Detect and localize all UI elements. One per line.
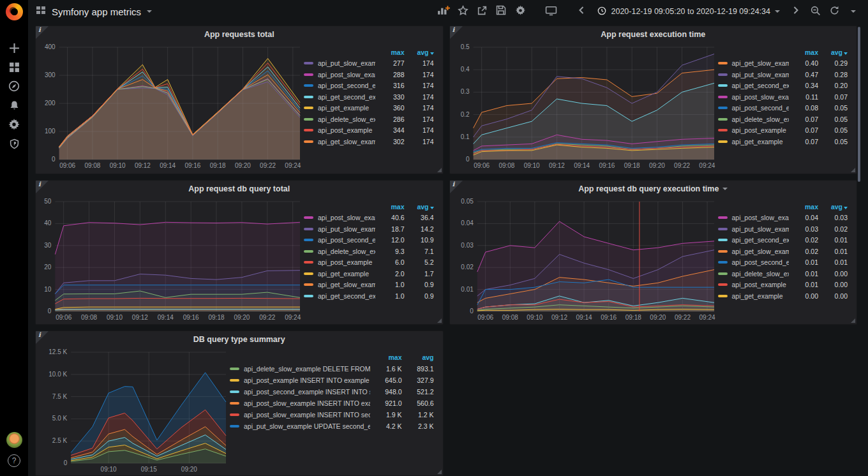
sidebar-item-dashboards[interactable]: [3, 59, 26, 78]
cycle-view-button[interactable]: [541, 3, 560, 20]
legend-series-toggle[interactable]: api_put_slow_example: [304, 59, 375, 67]
legend-series-toggle[interactable]: api_post_second_example INSERT INTO seco…: [230, 388, 370, 396]
legend-swatch-icon[interactable]: [718, 140, 728, 143]
legend-swatch-icon[interactable]: [718, 216, 728, 219]
legend-swatch-icon[interactable]: [304, 62, 313, 64]
sidebar-item-explore[interactable]: [3, 78, 26, 97]
legend-swatch-icon[interactable]: [718, 118, 728, 121]
panel-menu[interactable]: App request db query total: [36, 181, 443, 197]
legend-swatch-icon[interactable]: [304, 118, 313, 121]
legend-series-toggle[interactable]: api_post_example: [718, 126, 789, 134]
legend-series-toggle[interactable]: api_delete_slow_example: [304, 248, 375, 255]
legend-max-column-header[interactable]: max: [370, 353, 403, 361]
legend-avg-column-header[interactable]: avg: [406, 48, 435, 56]
user-avatar[interactable]: [6, 432, 22, 448]
legend-swatch-icon[interactable]: [718, 261, 728, 264]
legend-swatch-icon[interactable]: [230, 425, 239, 428]
legend-swatch-icon[interactable]: [718, 73, 728, 76]
legend-swatch-icon[interactable]: [304, 129, 313, 131]
legend-swatch-icon[interactable]: [304, 261, 313, 264]
legend-swatch-icon[interactable]: [718, 295, 728, 297]
legend-swatch-icon[interactable]: [230, 368, 239, 370]
legend-series-toggle[interactable]: api_get_slow_example: [718, 59, 789, 67]
dashboard-title-button[interactable]: Symfony app metrics: [36, 5, 152, 18]
save-button[interactable]: [491, 3, 511, 20]
legend-avg-column-header[interactable]: avg: [819, 203, 849, 211]
panel-resize-handle[interactable]: [851, 318, 855, 323]
legend-series-toggle[interactable]: api_delete_slow_example: [718, 115, 789, 123]
legend-max-column-header[interactable]: max: [375, 48, 406, 56]
panel-info-icon[interactable]: [36, 181, 49, 193]
legend-swatch-icon[interactable]: [304, 216, 313, 219]
chart-canvas[interactable]: 02.5 K5.0 K7.5 K10.0 K12.5 K09:1009:1509…: [41, 348, 230, 474]
legend-series-toggle[interactable]: api_delete_slow_example: [718, 270, 789, 278]
legend-series-toggle[interactable]: api_get_second_example: [304, 93, 375, 101]
legend-series-toggle[interactable]: api_get_second_example: [304, 292, 375, 300]
legend-series-toggle[interactable]: api_post_example: [304, 126, 375, 134]
chart-canvas[interactable]: 00.010.020.030.040.0509:0609:0809:1009:1…: [455, 197, 718, 322]
legend-series-toggle[interactable]: api_post_example: [304, 258, 375, 266]
panel-menu[interactable]: App request execution time: [450, 26, 857, 43]
legend-series-toggle[interactable]: api_post_second_example: [718, 258, 789, 266]
panel-resize-handle[interactable]: [437, 318, 442, 323]
vertical-scrollbar[interactable]: [858, 27, 860, 182]
panel-menu[interactable]: DB query type summary: [36, 331, 443, 348]
legend-max-column-header[interactable]: max: [789, 48, 819, 56]
legend-swatch-icon[interactable]: [304, 272, 313, 275]
legend-swatch-icon[interactable]: [718, 250, 728, 253]
legend-series-toggle[interactable]: api_post_second_example: [304, 82, 375, 89]
legend-max-column-header[interactable]: max: [789, 203, 819, 211]
legend-series-toggle[interactable]: api_post_slow_example: [718, 214, 789, 221]
legend-series-toggle[interactable]: api_get_slow_example: [304, 138, 375, 145]
legend-swatch-icon[interactable]: [304, 250, 313, 253]
panel-resize-handle[interactable]: [437, 168, 442, 172]
time-range-back-button[interactable]: [572, 3, 591, 20]
legend-series-toggle[interactable]: api_post_slow_example: [718, 93, 789, 101]
legend-swatch-icon[interactable]: [230, 379, 239, 382]
time-range-forward-button[interactable]: [786, 3, 805, 20]
legend-swatch-icon[interactable]: [718, 84, 728, 87]
legend-series-toggle[interactable]: api_post_example: [718, 281, 789, 288]
legend-series-toggle[interactable]: api_put_slow_example: [304, 225, 375, 233]
mark-favorite-button[interactable]: [453, 3, 472, 20]
panel-info-icon[interactable]: [36, 331, 49, 344]
legend-series-toggle[interactable]: api_get_slow_example: [718, 248, 789, 255]
zoom-out-button[interactable]: [805, 3, 825, 20]
legend-series-toggle[interactable]: api_get_second_example: [718, 236, 789, 244]
legend-series-toggle[interactable]: api_get_example: [718, 138, 789, 145]
panel-resize-handle[interactable]: [437, 470, 442, 474]
legend-series-toggle[interactable]: api_post_second_example: [718, 104, 789, 112]
legend-series-toggle[interactable]: api_post_example INSERT INTO example: [230, 376, 370, 384]
legend-series-toggle[interactable]: api_get_example: [718, 292, 789, 300]
chart-canvas[interactable]: 0102030405009:0609:0809:1009:1209:1409:1…: [41, 197, 304, 322]
legend-series-toggle[interactable]: api_put_slow_example: [718, 225, 789, 233]
legend-series-toggle[interactable]: api_put_slow_example UPDATE second_examp…: [230, 422, 370, 430]
legend-series-toggle[interactable]: api_get_slow_example: [304, 281, 375, 288]
legend-swatch-icon[interactable]: [304, 84, 313, 87]
panel-menu[interactable]: App request db query execution time: [450, 181, 857, 197]
legend-swatch-icon[interactable]: [718, 107, 728, 109]
legend-series-toggle[interactable]: api_get_second_example: [718, 82, 789, 89]
legend-swatch-icon[interactable]: [230, 390, 239, 393]
refresh-button[interactable]: [825, 3, 844, 20]
panel-info-icon[interactable]: [450, 181, 463, 193]
panel-menu[interactable]: App requests total: [36, 26, 443, 43]
sidebar-item-server-admin[interactable]: [3, 135, 26, 154]
legend-swatch-icon[interactable]: [304, 228, 313, 230]
sidebar-item-create[interactable]: [3, 40, 26, 59]
legend-series-toggle[interactable]: api_delete_slow_example DELETE FROM exam…: [230, 365, 370, 373]
legend-swatch-icon[interactable]: [718, 239, 728, 241]
legend-series-toggle[interactable]: api_post_slow_example INSERT INTO exampl…: [230, 399, 370, 407]
legend-swatch-icon[interactable]: [304, 73, 313, 76]
dashboard-settings-button[interactable]: [511, 3, 530, 20]
legend-series-toggle[interactable]: api_post_slow_example: [304, 71, 375, 78]
panel-info-icon[interactable]: [36, 26, 49, 39]
legend-swatch-icon[interactable]: [230, 402, 239, 405]
legend-avg-column-header[interactable]: avg: [406, 203, 435, 211]
refresh-interval-dropdown[interactable]: [844, 3, 863, 20]
add-panel-button[interactable]: [434, 3, 453, 20]
sidebar-item-configuration[interactable]: [3, 116, 26, 135]
legend-swatch-icon[interactable]: [304, 140, 313, 143]
legend-avg-column-header[interactable]: avg: [403, 353, 435, 361]
legend-swatch-icon[interactable]: [304, 96, 313, 98]
